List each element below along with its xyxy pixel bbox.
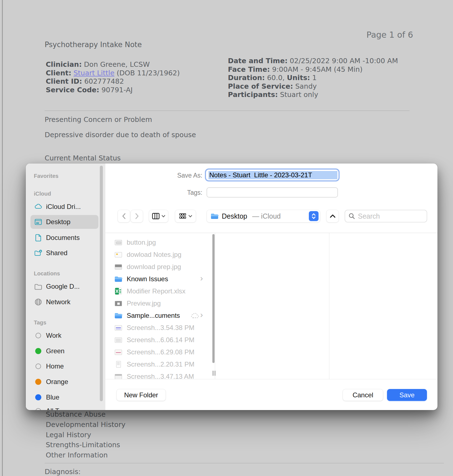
sidebar-item-blue[interactable]: Blue bbox=[30, 390, 98, 404]
section-heading-diagnosis: Diagnosis: bbox=[45, 468, 81, 476]
field-label: Participants: bbox=[228, 91, 278, 99]
column-divider[interactable] bbox=[329, 233, 329, 379]
path-stepper-icon[interactable] bbox=[309, 211, 319, 221]
save-button[interactable]: Save bbox=[387, 389, 427, 401]
sidebar-item-home[interactable]: Home bbox=[30, 359, 98, 373]
document-icon bbox=[34, 234, 42, 242]
sidebar-item-orange[interactable]: Orange bbox=[30, 375, 98, 389]
sidebar-item-all-t[interactable]: All T bbox=[30, 404, 98, 410]
file-thumbnail-icon bbox=[114, 361, 123, 368]
file-item-screensh-6-06-14-pm[interactable]: Screensh...6.06.14 PM bbox=[105, 334, 215, 346]
forward-button[interactable] bbox=[131, 210, 143, 222]
sidebar-item-work[interactable]: Work bbox=[30, 329, 98, 342]
column-resize-handle[interactable] bbox=[213, 371, 217, 376]
network-globe-icon bbox=[34, 298, 42, 306]
tag-circle-outline-icon bbox=[34, 407, 42, 410]
client-name-link[interactable]: Stuart Little bbox=[73, 69, 114, 77]
file-item-button-jpg[interactable]: button.jpg bbox=[105, 236, 215, 249]
cancel-button[interactable]: Cancel bbox=[343, 389, 383, 401]
field-label: Client: bbox=[46, 69, 71, 77]
folder-icon bbox=[114, 312, 123, 319]
field-value: 9:00AM - 9:45AM (45 Min) bbox=[270, 65, 363, 73]
sidebar-item-network[interactable]: Network bbox=[30, 295, 98, 309]
doc-info-line: Client: Stuart Little (DOB 11/23/1962) bbox=[46, 69, 180, 78]
sidebar-item-documents[interactable]: Documents bbox=[30, 231, 98, 245]
sidebar-item-label: Documents bbox=[46, 234, 80, 242]
new-folder-button[interactable]: New Folder bbox=[116, 389, 166, 401]
field-label: Clinician: bbox=[46, 60, 82, 68]
chevron-down-icon bbox=[189, 215, 192, 217]
screen: Page 1 of 6 Psychotherapy Intake Note Cl… bbox=[0, 0, 453, 476]
back-chevron-icon bbox=[121, 213, 126, 220]
field-label: Duration: bbox=[228, 74, 265, 82]
back-button[interactable] bbox=[118, 210, 130, 222]
file-name: Screensh...3.54.38 PM bbox=[127, 324, 194, 332]
presenting-concern-text: Depressive disorder due to death of spou… bbox=[45, 131, 196, 139]
file-item-sample-cuments[interactable]: Sample...cuments› bbox=[105, 309, 215, 322]
field-value: 02/25/2022 9:00 AM -10:00 AM bbox=[287, 57, 398, 65]
file-item-screensh-6-29-08-pm[interactable]: Screensh...6.29.08 PM bbox=[105, 346, 215, 358]
up-directory-button[interactable] bbox=[326, 210, 339, 222]
session-info-block: Date and Time: 02/25/2022 9:00 AM -10:00… bbox=[228, 57, 398, 99]
sidebar-scrollbar[interactable] bbox=[100, 166, 103, 401]
save-as-input[interactable]: Notes - Stuart Little - 2023-03-21T bbox=[207, 170, 338, 180]
search-input[interactable]: Search bbox=[345, 210, 427, 222]
sidebar-item-icloud-dri[interactable]: iCloud Dri... bbox=[30, 200, 98, 214]
field-label: Units: bbox=[287, 74, 310, 82]
sidebar-item-shared[interactable]: Shared bbox=[30, 246, 98, 260]
field-value: 1 bbox=[310, 74, 317, 82]
sidebar-item-label: Orange bbox=[46, 378, 68, 386]
sidebar-item-label: Work bbox=[46, 332, 62, 339]
tags-label: Tags: bbox=[137, 189, 202, 196]
field-value: Sandy bbox=[293, 82, 317, 90]
document-title: Psychotherapy Intake Note bbox=[45, 40, 142, 49]
file-name: download prep.jpg bbox=[127, 263, 181, 271]
search-placeholder: Search bbox=[358, 212, 380, 220]
file-name: Known Issues bbox=[127, 275, 168, 283]
tags-input[interactable] bbox=[207, 187, 338, 198]
sidebar-item-label: Blue bbox=[46, 393, 59, 401]
file-item-dowload-notes-jpg[interactable]: dowload Notes.jpg bbox=[105, 249, 215, 261]
sidebar-item-label: Green bbox=[46, 347, 65, 355]
tag-dot-green-icon bbox=[34, 347, 42, 355]
sidebar-item-label: iCloud Dri... bbox=[46, 203, 81, 211]
column-view-button[interactable] bbox=[149, 210, 168, 222]
file-item-known-issues[interactable]: Known Issues› bbox=[105, 273, 215, 285]
field-label: Date and Time: bbox=[228, 57, 287, 65]
file-item-screensh-3-54-38-pm[interactable]: Screensh...3.54.38 PM bbox=[105, 322, 215, 334]
sidebar-item-google-d[interactable]: Google D... bbox=[30, 280, 98, 293]
chevron-right-icon: › bbox=[200, 310, 203, 319]
file-item-screensh-2-20-31-pm[interactable]: Screensh...2.20.31 PM bbox=[105, 358, 215, 370]
file-name: Preview.jpg bbox=[127, 300, 161, 307]
file-item-preview-jpg[interactable]: Preview.jpg bbox=[105, 297, 215, 309]
field-label: Face Time: bbox=[228, 65, 270, 73]
file-thumbnail-icon bbox=[114, 325, 123, 331]
grid-view-button[interactable] bbox=[175, 210, 196, 222]
file-item-modifier-report-xlsx[interactable]: Modifier Report.xlsx bbox=[105, 285, 215, 297]
divider bbox=[105, 379, 437, 379]
sidebar-item-label: Network bbox=[46, 298, 70, 306]
history-list-item: Legal History bbox=[46, 430, 125, 440]
tag-circle-outline-icon bbox=[34, 362, 42, 370]
sidebar-item-label: Home bbox=[46, 362, 64, 370]
column-divider[interactable] bbox=[215, 233, 215, 379]
file-list-scrollbar[interactable] bbox=[212, 234, 215, 363]
sidebar-item-label: Google D... bbox=[46, 283, 80, 290]
sidebar-item-desktop[interactable]: Desktop bbox=[30, 215, 98, 229]
section-heading-current-mental-status: Current Mental Status bbox=[45, 154, 121, 162]
folder-icon bbox=[114, 276, 123, 283]
file-name: dowload Notes.jpg bbox=[127, 251, 181, 259]
file-thumbnail-icon bbox=[114, 240, 123, 245]
history-list-item: Developmental History bbox=[46, 420, 125, 430]
desktop-icon bbox=[34, 218, 42, 226]
field-value: Don Greene, LCSW bbox=[82, 60, 150, 68]
field-value: 90791-AJ bbox=[99, 86, 133, 94]
history-list-item: Other Information bbox=[46, 450, 125, 460]
history-section-list: Substance AbuseDevelopmental HistoryLega… bbox=[46, 410, 125, 460]
file-item-download-prep-jpg[interactable]: download prep.jpg bbox=[105, 261, 215, 273]
file-item-screensh-3-47-13-am[interactable]: Screensh...3.47.13 AM bbox=[105, 370, 215, 379]
doc-info-line: Service Code: 90791-AJ bbox=[46, 86, 180, 94]
divider bbox=[45, 111, 409, 111]
sidebar-item-green[interactable]: Green bbox=[30, 344, 98, 358]
location-dropdown[interactable]: Desktop — iCloud bbox=[207, 210, 320, 222]
